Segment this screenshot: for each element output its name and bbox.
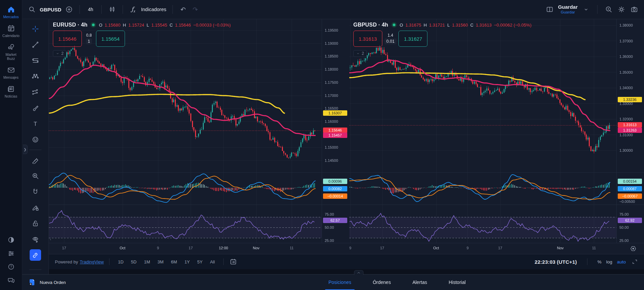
layout-select-icon[interactable] <box>545 5 554 14</box>
sliders-icon[interactable] <box>7 250 15 257</box>
chart-eurusd[interactable]: EURUSD · 4hO1.15680H1.15724L1.15545C1.15… <box>49 19 349 254</box>
time-axis-label: 17 <box>62 246 66 250</box>
market-status-icon[interactable] <box>391 22 397 28</box>
sidebar-item-calendario[interactable]: Calendario <box>0 24 22 38</box>
sync-link-icon[interactable] <box>30 249 41 261</box>
save-dropdown-chevron-icon[interactable] <box>582 5 590 14</box>
sidebar-item-mercados[interactable]: Mercados <box>0 5 22 19</box>
save-button[interactable]: Guardar Guardar <box>558 4 578 14</box>
fullscreen-icon[interactable] <box>631 257 639 266</box>
rsi-axis-label: 25.00 <box>619 239 629 243</box>
lock-all-icon[interactable] <box>30 218 41 229</box>
trend-line-icon[interactable] <box>30 39 41 50</box>
crosshair-icon[interactable] <box>30 23 41 35</box>
macd-badge: −0.00014 <box>323 193 347 199</box>
zoom-icon[interactable] <box>30 170 41 182</box>
settings-gear-icon[interactable] <box>617 5 626 14</box>
rsi-axis-label: 50.00 <box>325 225 334 229</box>
go-to-date-icon[interactable] <box>229 257 238 266</box>
fx-icon[interactable]: ƒx <box>129 5 138 14</box>
xabcd-pattern-icon[interactable] <box>30 71 41 82</box>
price-axis[interactable]: 1.195001.190001.185001.180001.175001.170… <box>322 19 349 254</box>
save-label: Guardar <box>558 4 578 10</box>
ohlc-values: O1.15680H1.15724L1.15545C1.15646−0.00033… <box>99 23 231 28</box>
sell-button[interactable]: 1.31613 <box>353 31 382 47</box>
quick-search-icon[interactable] <box>604 5 613 14</box>
buy-button[interactable]: 1.15654 <box>96 31 125 47</box>
time-axis[interactable]: 917Oct917Nov11 <box>349 243 644 254</box>
spread-indicator: 0.81 <box>84 31 94 47</box>
magnet-icon[interactable] <box>30 186 41 197</box>
toolbar-separator <box>597 5 598 14</box>
chart-top-toolbar: GBPUSD 4h ƒx Indicadores ↶ ↷ Guardar Gua… <box>22 0 644 19</box>
clock-label[interactable]: 22:23:03 (UTC+1) <box>535 259 577 265</box>
projection-icon[interactable] <box>30 86 41 98</box>
range-button-5y[interactable]: 5Y <box>194 258 206 266</box>
chart-symbol-title[interactable]: EURUSD · 4h <box>53 22 88 28</box>
price-axis-label: 1.31000 <box>619 133 633 137</box>
indicators-collapse-badge[interactable]: 2 <box>53 50 66 57</box>
home-icon <box>7 5 15 13</box>
redo-icon[interactable]: ↷ <box>191 5 200 14</box>
tab-historial[interactable]: Historial <box>447 275 467 290</box>
chat-icon[interactable] <box>7 277 15 284</box>
new-order-button[interactable]: Nueva Orden <box>28 279 66 286</box>
range-button-5d[interactable]: 5D <box>128 258 140 266</box>
indicators-button[interactable]: Indicadores <box>141 7 166 12</box>
hide-all-icon[interactable] <box>30 233 41 245</box>
range-button-1m[interactable]: 1M <box>141 258 153 266</box>
chart-symbol-title[interactable]: GBPUSD · 4h <box>353 22 388 28</box>
snapshot-camera-icon[interactable] <box>630 5 639 14</box>
emoji-icon[interactable] <box>30 134 41 145</box>
percent-scale-button[interactable]: % <box>598 259 602 264</box>
tab-ordenes[interactable]: Órdenes <box>372 275 392 290</box>
market-status-icon[interactable] <box>91 22 96 28</box>
interval-button[interactable]: 4h <box>86 5 95 13</box>
ruler-icon[interactable] <box>30 154 41 166</box>
tab-alertas[interactable]: Alertas <box>411 275 428 290</box>
toolbar-separator <box>79 5 80 14</box>
price-axis[interactable]: 1.380001.370001.360001.350001.340001.330… <box>616 19 644 254</box>
range-button-3m[interactable]: 3M <box>155 258 167 266</box>
tab-posiciones[interactable]: Posiciones <box>327 275 353 290</box>
buy-button[interactable]: 1.31627 <box>398 31 427 47</box>
log-scale-button[interactable]: log <box>606 259 612 264</box>
time-axis[interactable]: 17Oct91712:00Nov11 <box>49 243 349 254</box>
price-axis-label: 1.14500 <box>325 158 338 162</box>
help-icon[interactable]: ? <box>7 263 15 270</box>
chart-style-icon[interactable] <box>108 5 117 14</box>
range-button-all[interactable]: All <box>207 258 218 266</box>
toolbar-separator <box>587 258 587 265</box>
range-button-1d[interactable]: 1D <box>115 258 127 266</box>
scroll-left-chevron-icon[interactable]: ‹ <box>50 237 51 241</box>
chart-quick-settings-icon[interactable] <box>630 245 637 252</box>
sidebar-item-market-buzz[interactable]: Market Buzz <box>0 43 22 61</box>
chart-gbpusd[interactable]: GBPUSD · 4hO1.31675H1.31721L1.31560C1.31… <box>349 19 644 254</box>
price-badge-red: 1.31613 <box>618 122 642 128</box>
indicators-collapse-badge[interactable]: 2 <box>353 50 367 57</box>
time-axis-label: 17 <box>189 246 193 250</box>
range-button-1y[interactable]: 1Y <box>182 258 193 266</box>
compare-add-icon[interactable] <box>65 5 73 14</box>
fib-retracement-icon[interactable] <box>30 55 41 66</box>
sidebar-item-noticias[interactable]: Noticias <box>0 85 22 98</box>
price-axis-label: 1.34000 <box>619 86 633 90</box>
trading-app: MercadosCalendarioMarket BuzzMensajesNot… <box>0 0 644 290</box>
draw-lock-icon[interactable] <box>30 202 41 213</box>
tradingview-link[interactable]: TradingView <box>80 259 104 264</box>
text-icon[interactable]: T <box>30 118 41 130</box>
time-axis-label: 9 <box>349 246 351 250</box>
sidebar-item-mensajes[interactable]: Mensajes <box>0 66 22 79</box>
undo-icon[interactable]: ↶ <box>179 5 188 14</box>
buzz-icon <box>7 43 15 51</box>
price-axis-label: 1.16500 <box>325 106 338 110</box>
symbol-search-label[interactable]: GBPUSD <box>40 7 61 12</box>
symbol-search-icon[interactable] <box>28 5 36 14</box>
auto-scale-button[interactable]: auto <box>617 259 626 264</box>
spread-unit: 0.01 <box>384 38 396 44</box>
sell-button[interactable]: 1.15646 <box>53 31 82 47</box>
theme-icon[interactable] <box>7 236 15 244</box>
sidebar-expand-handle[interactable]: ❯ <box>23 145 28 154</box>
brush-icon[interactable] <box>30 102 41 114</box>
range-button-6m[interactable]: 6M <box>168 258 180 266</box>
